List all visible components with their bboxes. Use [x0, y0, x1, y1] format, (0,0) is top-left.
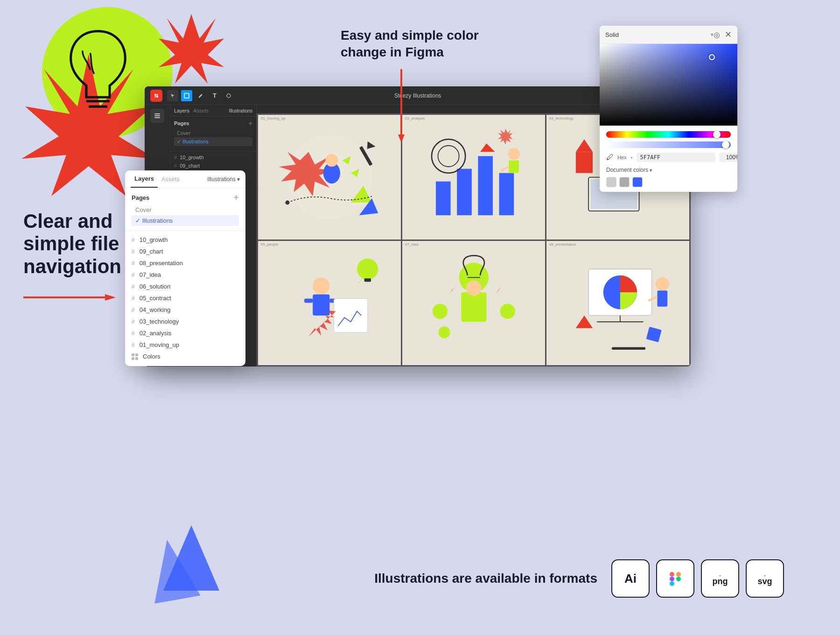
- page-item-cover[interactable]: Cover: [132, 205, 239, 215]
- tab-assets[interactable]: Assets: [158, 171, 183, 187]
- swatch-mid[interactable]: [619, 177, 630, 187]
- picker-header: Solid ▾ ◎ ✕: [600, 26, 737, 44]
- page-item-illustrations[interactable]: ✓ Illustrations: [132, 215, 239, 226]
- frame-label-03: 03_technology: [549, 116, 574, 120]
- color-gradient[interactable]: [600, 44, 737, 126]
- frame-label-04: 05_people: [261, 242, 278, 247]
- format-badges-container: Ai . png . svg: [611, 559, 784, 598]
- svg-rect-79: [611, 347, 645, 350]
- svg-point-31: [285, 200, 289, 205]
- svg-rect-49: [576, 152, 593, 173]
- svg-rect-87: [676, 572, 681, 577]
- svg-rect-15: [154, 115, 160, 116]
- svg-rect-53: [313, 295, 329, 316]
- figma-logo: [150, 90, 162, 102]
- layer-item-01-moving-up[interactable]: # 01_moving_up: [125, 339, 245, 351]
- svg-rect-54: [304, 299, 313, 303]
- blue-triangle-decoration: [145, 525, 238, 609]
- layer-item-08-presentation[interactable]: # 08_presentation: [125, 257, 245, 269]
- left-arrow: [23, 293, 135, 302]
- svg-rect-78: [646, 327, 661, 342]
- svg-marker-66: [495, 286, 502, 295]
- svg-point-52: [313, 277, 329, 294]
- svg-marker-7: [398, 134, 405, 143]
- layer-item-10-growth[interactable]: # 10_growth: [125, 234, 245, 246]
- opacity-slider[interactable]: [606, 141, 731, 148]
- layer-item-07-idea[interactable]: # 07_idea: [125, 269, 245, 281]
- picker-close-icon[interactable]: ✕: [725, 29, 732, 40]
- svg-rect-88: [670, 577, 674, 581]
- formats-text: Illustrations are available in formats: [374, 571, 597, 586]
- svg-marker-65: [448, 286, 455, 295]
- svg-marker-39: [498, 128, 513, 144]
- tab-illustrations[interactable]: Illustrations ▾: [207, 176, 240, 183]
- svg-point-11: [156, 96, 158, 98]
- tool-move[interactable]: [167, 90, 178, 101]
- picker-target-icon[interactable]: ◎: [714, 30, 720, 39]
- opacity-thumb[interactable]: [722, 141, 729, 148]
- tool-pen[interactable]: [195, 90, 206, 101]
- svg-rect-80: [132, 353, 134, 356]
- layers-panel-floating: Layers Assets Illustrations ▾ Pages + Co…: [125, 170, 245, 366]
- tool-shapes[interactable]: [223, 90, 234, 101]
- svg-marker-36: [480, 143, 495, 152]
- colors-layer-item[interactable]: Colors: [125, 351, 245, 362]
- frame-label-05: 07_idea: [405, 242, 418, 247]
- layer-item-05-contract[interactable]: # 05_contract: [125, 292, 245, 304]
- svg-rect-16: [154, 117, 160, 118]
- layer-item-04-working[interactable]: # 04_working: [125, 304, 245, 316]
- layer-item-09-chart[interactable]: # 09_chart: [125, 246, 245, 257]
- svg-marker-3: [159, 14, 224, 84]
- tool-frame[interactable]: [181, 90, 192, 101]
- frame-04-working: 05_people: [258, 241, 401, 366]
- tab-layers[interactable]: Layers: [131, 170, 158, 188]
- format-badge-figma: [656, 559, 694, 598]
- layer-09-chart[interactable]: #09_chart: [170, 162, 256, 170]
- hue-thumb[interactable]: [713, 131, 721, 138]
- svg-rect-89: [670, 581, 674, 586]
- swatch-blue[interactable]: [632, 177, 643, 187]
- left-annotation: Clear and simple file navigation: [23, 210, 135, 302]
- layer-item-03-technology[interactable]: # 03_technology: [125, 316, 245, 327]
- format-badge-png: . png: [701, 559, 739, 598]
- top-annotation: Easy and simple color change in Figma: [341, 27, 490, 61]
- hex-row: 🖊 Hex ▾: [606, 153, 731, 162]
- opacity-value-input[interactable]: [719, 153, 737, 162]
- ai-label: Ai: [624, 572, 637, 586]
- svg-point-37: [432, 139, 465, 173]
- svg-rect-10: [154, 96, 156, 98]
- sidebar-layers-icon[interactable]: [150, 109, 164, 123]
- pages-title: Pages: [132, 194, 149, 201]
- eyedropper-icon[interactable]: 🖊: [606, 153, 614, 162]
- layer-10-growth[interactable]: #10_growth: [170, 153, 256, 162]
- page-illustrations[interactable]: ✓ Illustrations: [174, 137, 252, 146]
- top-annotation-title: Easy and simple color change in Figma: [341, 27, 490, 61]
- add-page-button[interactable]: +: [233, 193, 239, 202]
- hex-value-input[interactable]: [637, 153, 715, 162]
- layer-item-06-solution[interactable]: # 06_solution: [125, 281, 245, 292]
- doc-colors-label[interactable]: Document colors ▾: [606, 167, 731, 173]
- tool-text[interactable]: T: [209, 90, 220, 101]
- svg-rect-59: [364, 278, 371, 282]
- svg-point-26: [325, 154, 338, 167]
- svg-rect-56: [334, 299, 367, 332]
- layer-item-02-analysis[interactable]: # 02_analysis: [125, 327, 245, 339]
- svg-rect-9: [156, 94, 158, 96]
- swatch-light[interactable]: [606, 177, 616, 187]
- doc-colors-swatches: [606, 177, 731, 187]
- frame-05-idea: 07_idea: [402, 241, 545, 366]
- svg-rect-33: [457, 169, 472, 215]
- svg-point-68: [500, 304, 515, 319]
- svg-point-64: [466, 281, 482, 296]
- svg-point-74: [655, 277, 669, 291]
- svg-rect-83: [135, 357, 138, 360]
- red-star-topleft: [159, 9, 224, 84]
- svg-rect-81: [135, 353, 138, 356]
- page-cover[interactable]: Cover: [174, 129, 252, 137]
- hue-slider[interactable]: [606, 131, 731, 138]
- frame-label-02: 02_analysis: [405, 116, 425, 120]
- hex-label: Hex: [617, 155, 627, 160]
- color-picker-panel: Solid ▾ ◎ ✕ 🖊 Hex ▾ Document colors ▾: [600, 26, 737, 192]
- frame-02-analysis: 02_analysis: [402, 115, 545, 240]
- picker-title: Solid: [605, 31, 711, 38]
